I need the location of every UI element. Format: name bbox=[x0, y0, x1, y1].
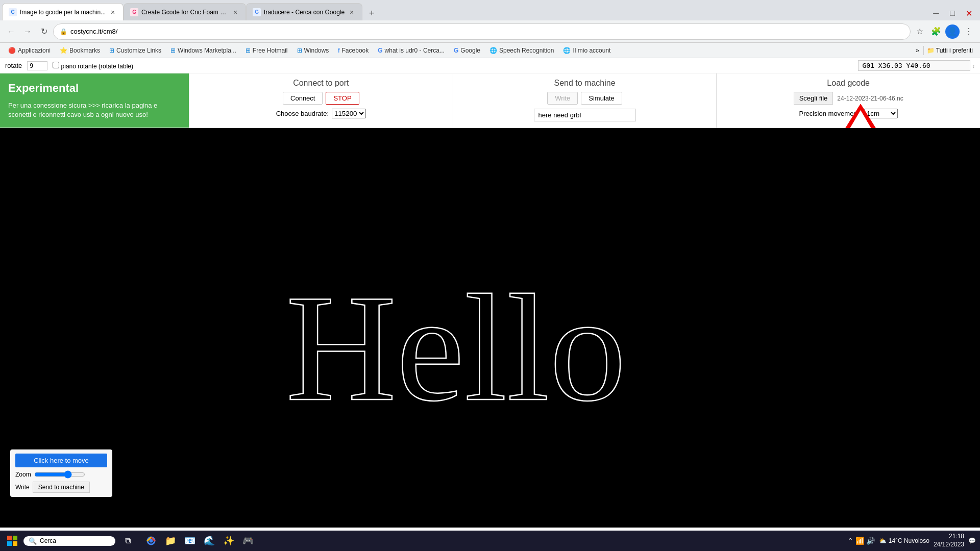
taskbar-search-icon: 🔍 bbox=[29, 537, 37, 545]
canvas-send-to-machine-btn[interactable]: Send to machine bbox=[33, 482, 90, 493]
rotate-input[interactable]: 9 bbox=[27, 61, 47, 70]
menu-btn[interactable]: ⋮ bbox=[962, 24, 976, 39]
tray-icons-group: ⌃ 📶 🔊 bbox=[847, 537, 875, 545]
bookmark-hotmail[interactable]: ⊞ Free Hotmail bbox=[241, 46, 292, 55]
extension-btn[interactable]: 🧩 bbox=[929, 24, 943, 39]
weather-text: 14°C Nuvoloso bbox=[889, 537, 929, 544]
svg-point-8 bbox=[150, 539, 153, 543]
scegli-row: Scegli file 24-12-2023-21-06-46.nc bbox=[794, 92, 903, 105]
bookmark-udr0[interactable]: G what is udr0 - Cerca... bbox=[374, 46, 449, 55]
reload-btn[interactable]: ↻ bbox=[37, 24, 51, 39]
simulate-btn[interactable]: Simulate bbox=[581, 92, 622, 105]
taskbar-app5-btn[interactable]: ✨ bbox=[219, 532, 238, 550]
baudrate-label: Choose baudrate: bbox=[276, 110, 329, 117]
bookmark-facebook[interactable]: f Facebook bbox=[334, 46, 373, 55]
taskbar-tray: ⌃ 📶 🔊 ⛅ 14°C Nuvoloso 21:18 24/12/2023 💬 bbox=[847, 533, 976, 548]
connect-to-port-section: Connect to port Connect STOP Choose baud… bbox=[189, 73, 453, 128]
gcode-display-input[interactable]: G01 X36.03 Y40.60 bbox=[858, 60, 970, 71]
profile-btn[interactable]: 👤 bbox=[945, 24, 960, 39]
tab-3[interactable]: G traducere - Cerca con Google × bbox=[246, 3, 362, 20]
bookmark-windows[interactable]: ⊞ Windows bbox=[293, 46, 333, 55]
baudrate-row: Choose baudrate: 115200 9600 bbox=[276, 109, 366, 118]
piano-rotante-label: piano rotante (rotate table) bbox=[53, 62, 133, 70]
applicazioni-icon: 🔴 bbox=[8, 47, 16, 54]
tab-active[interactable]: C Image to gcode per la machin... × bbox=[2, 3, 124, 20]
send-section-title: Send to machine bbox=[554, 79, 615, 88]
tab2-title: Create Gcode for Cnc Foam Cu... bbox=[141, 9, 228, 16]
weather-icon: ⛅ bbox=[879, 537, 887, 544]
tab-title-active: Image to gcode per la machin... bbox=[20, 9, 106, 16]
tray-clock[interactable]: 21:18 24/12/2023 bbox=[934, 533, 964, 548]
bookmark-bookmarks[interactable]: ⭐ Bookmarks bbox=[56, 46, 104, 55]
grbl-input[interactable]: here need grbl bbox=[534, 109, 636, 121]
rotate-label: rotate bbox=[5, 62, 22, 69]
new-tab-btn[interactable]: + bbox=[364, 6, 379, 20]
notifications-btn[interactable]: 💬 bbox=[968, 537, 976, 544]
address-bar[interactable]: 🔒 costycnc.it/cm8/ bbox=[53, 23, 911, 40]
filename-display: 24-12-2023-21-06-46.nc bbox=[837, 95, 903, 102]
toolbar-actions: ☆ 🧩 👤 ⋮ bbox=[913, 24, 976, 39]
url-input[interactable]: costycnc.it/cm8/ bbox=[70, 28, 904, 35]
date-display: 24/12/2023 bbox=[934, 541, 964, 549]
zoom-slider[interactable] bbox=[34, 470, 85, 479]
zoom-row: Zoom bbox=[15, 470, 107, 479]
tab2-favicon: G bbox=[130, 8, 138, 16]
connect-section-title: Connect to port bbox=[293, 79, 349, 88]
taskbar-inkscape-btn[interactable]: 🎮 bbox=[239, 532, 257, 550]
tray-volume-icon[interactable]: 🔊 bbox=[866, 537, 875, 545]
piano-rotante-checkbox[interactable] bbox=[53, 62, 59, 68]
taskbar-edge-btn[interactable]: 🌊 bbox=[200, 532, 218, 550]
stop-btn[interactable]: STOP bbox=[326, 92, 359, 105]
taskbar: 🔍 Cerca ⧉ 📁 📧 🌊 ✨ 🎮 bbox=[0, 531, 980, 551]
back-btn[interactable]: ← bbox=[4, 24, 18, 39]
maximize-btn[interactable]: □ bbox=[945, 6, 960, 20]
google-icon: G bbox=[454, 47, 458, 54]
bookmark-google[interactable]: G Google bbox=[450, 46, 484, 55]
tab3-close-btn[interactable]: × bbox=[348, 8, 356, 16]
taskbar-explorer-btn[interactable]: 📁 bbox=[161, 532, 180, 550]
tray-weather-widget[interactable]: ⛅ 14°C Nuvoloso bbox=[879, 537, 929, 544]
tab2-close-btn[interactable]: × bbox=[231, 8, 239, 16]
start-button[interactable] bbox=[4, 533, 20, 549]
svg-text:Hello: Hello bbox=[286, 263, 626, 433]
bookmarks-more-btn[interactable]: » bbox=[913, 46, 922, 55]
tab-close-btn[interactable]: × bbox=[109, 8, 117, 16]
bookmark-applicazioni[interactable]: 🔴 Applicazioni bbox=[4, 46, 55, 55]
tray-up-arrow-icon[interactable]: ⌃ bbox=[847, 537, 853, 545]
svg-rect-5 bbox=[7, 541, 12, 546]
baudrate-select[interactable]: 115200 9600 bbox=[332, 109, 366, 118]
write-btn[interactable]: Write bbox=[547, 92, 578, 105]
experimental-title: Experimental bbox=[8, 82, 181, 95]
task-view-btn[interactable]: ⧉ bbox=[118, 532, 137, 550]
bookmarks-all-btn[interactable]: 📁 Tutti i preferiti bbox=[923, 46, 976, 55]
bookmark-marketplace[interactable]: ⊞ Windows Marketpla... bbox=[166, 46, 240, 55]
tab3-title: traducere - Cerca con Google bbox=[264, 9, 345, 16]
toolbar: ← → ↻ 🔒 costycnc.it/cm8/ ☆ 🧩 👤 ⋮ bbox=[0, 20, 980, 43]
svg-rect-6 bbox=[13, 541, 17, 546]
bookmark-speech[interactable]: 🌐 Speech Recognition bbox=[485, 46, 558, 55]
write-send-row: Write Send to machine bbox=[15, 482, 107, 493]
connect-btn[interactable]: Connect bbox=[283, 92, 323, 105]
bookmark-star-btn[interactable]: ☆ bbox=[913, 24, 927, 39]
taskbar-pinned-apps: 📁 📧 🌊 ✨ 🎮 bbox=[142, 532, 257, 550]
time-display: 21:18 bbox=[934, 533, 964, 541]
minimize-btn[interactable]: ─ bbox=[929, 6, 943, 20]
customize-icon: ⊞ bbox=[109, 47, 114, 54]
taskbar-chrome-btn[interactable] bbox=[142, 532, 160, 550]
bookmark-customize[interactable]: ⊞ Customize Links bbox=[105, 46, 165, 55]
tray-network-icon[interactable]: 📶 bbox=[855, 537, 864, 545]
click-to-move-btn[interactable]: Click here to move bbox=[15, 454, 107, 467]
top-controls-bar: rotate 9 piano rotante (rotate table) G0… bbox=[0, 58, 980, 73]
tab-2[interactable]: G Create Gcode for Cnc Foam Cu... × bbox=[124, 3, 246, 20]
scegli-file-btn[interactable]: Scegli file bbox=[794, 92, 834, 105]
google-icon-udr0: G bbox=[378, 47, 382, 54]
bookmark-account[interactable]: 🌐 Il mio account bbox=[559, 46, 615, 55]
taskbar-search-bar[interactable]: 🔍 Cerca bbox=[23, 536, 115, 546]
taskbar-mail-btn[interactable]: 📧 bbox=[181, 532, 199, 550]
tab-favicon: C bbox=[9, 8, 17, 16]
forward-btn[interactable]: → bbox=[20, 24, 35, 39]
canvas-floating-controls: Click here to move Zoom Write Send to ma… bbox=[10, 449, 112, 497]
close-browser-btn[interactable]: ✕ bbox=[962, 6, 976, 20]
connect-buttons: Connect STOP bbox=[283, 92, 359, 105]
taskbar-search-input[interactable]: Cerca bbox=[40, 537, 101, 544]
